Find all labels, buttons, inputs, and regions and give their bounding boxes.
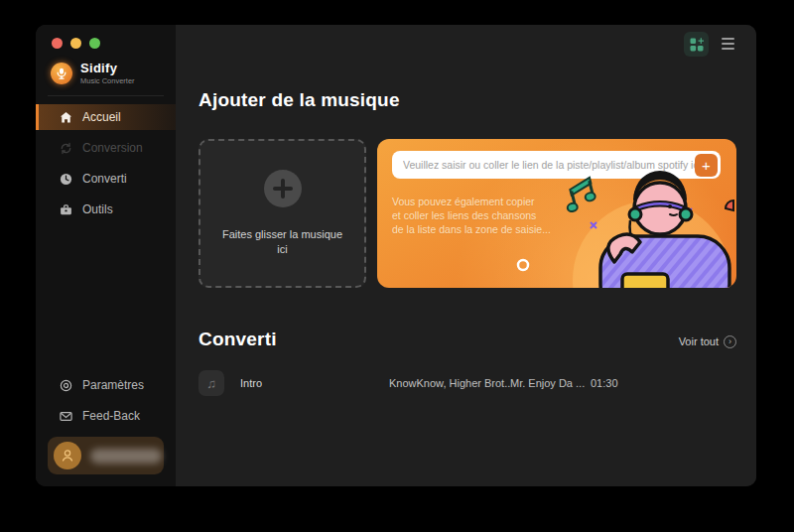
user-avatar: [54, 442, 81, 469]
paste-hint-text: Vous pouvez également copier et coller l…: [392, 195, 551, 236]
app-window: Sidify Music Converter Accueil: [36, 25, 756, 486]
mail-icon: [59, 409, 72, 423]
person-figure: [600, 171, 729, 288]
sidebar-item-converti[interactable]: Converti: [36, 166, 176, 192]
sidebar-item-parametres[interactable]: Paramètres: [36, 372, 176, 398]
track-album: Mr. Enjoy Da ...: [510, 377, 591, 389]
add-link-button[interactable]: +: [695, 154, 718, 177]
sidebar-item-feedback[interactable]: Feed-Back: [36, 403, 176, 429]
paste-link-card: + Vous pouvez également copier et coller…: [377, 139, 736, 288]
home-icon: [59, 110, 72, 124]
apps-grid-button[interactable]: [684, 32, 709, 57]
plus-icon: [264, 170, 302, 207]
track-duration: 01:30: [591, 377, 650, 389]
apps-grid-icon: [690, 38, 704, 52]
link-input-wrap: +: [392, 151, 721, 179]
app-brand: Sidify Music Converter: [36, 49, 176, 85]
sidebar-item-accueil[interactable]: Accueil: [36, 104, 176, 130]
app-name: Sidify: [80, 61, 135, 75]
view-all-link[interactable]: Voir tout ›: [679, 335, 736, 348]
add-music-title: Ajouter de la musique: [198, 88, 736, 112]
sidebar-item-label: Conversion: [82, 141, 143, 155]
user-account-button[interactable]: [48, 437, 164, 474]
main-content: Ajouter de la musique Faites glisser la …: [176, 25, 756, 486]
add-music-row: Faites glisser la musique ici + Vous pou…: [198, 139, 736, 288]
hint-line: et coller les liens des chansons: [392, 208, 551, 222]
spotify-link-input[interactable]: [403, 159, 695, 171]
app-subtitle: Music Converter: [80, 76, 135, 85]
converted-header: Converti Voir tout ›: [198, 328, 736, 351]
view-all-label: Voir tout: [679, 335, 719, 347]
hint-line: Vous pouvez également copier: [392, 195, 551, 208]
sidebar-item-label: Feed-Back: [82, 409, 140, 423]
sidebar-item-outils[interactable]: Outils: [36, 197, 176, 222]
sidebar-item-label: Paramètres: [82, 378, 144, 392]
desktop-background: Sidify Music Converter Accueil: [0, 0, 794, 532]
converted-track-row[interactable]: ♫ Intro KnowKnow, Higher Brot... Mr. Enj…: [198, 369, 736, 397]
sidebar: Sidify Music Converter Accueil: [36, 25, 176, 486]
drag-drop-zone[interactable]: Faites glisser la musique ici: [198, 139, 366, 288]
sidebar-item-label: Converti: [82, 172, 127, 186]
maximize-button[interactable]: [89, 38, 100, 49]
brand-text: Sidify Music Converter: [80, 61, 135, 85]
dropzone-label: Faites glisser la musique ici: [218, 227, 347, 257]
music-note-icon: ♫: [198, 370, 224, 396]
menu-icon[interactable]: [722, 38, 734, 53]
converted-title: Converti: [198, 328, 277, 351]
track-artist: KnowKnow, Higher Brot...: [389, 377, 510, 389]
sidebar-footer: Paramètres Feed-Back: [36, 372, 176, 486]
track-title: Intro: [224, 377, 389, 389]
toolbox-icon: [59, 202, 72, 216]
close-button[interactable]: [52, 38, 63, 49]
minimize-button[interactable]: [70, 38, 81, 49]
settings-icon: [59, 378, 72, 392]
chevron-right-icon: ›: [724, 335, 736, 348]
music-note-icon: [562, 178, 597, 212]
user-name-blurred: [90, 449, 162, 464]
hint-line: de la liste dans la zone de saisie...: [392, 222, 551, 236]
sidebar-divider: [48, 95, 164, 96]
sync-icon: [59, 141, 72, 155]
window-controls: [36, 25, 176, 49]
sidify-logo-icon: [51, 63, 72, 84]
sidebar-nav: Accueil Conversion: [36, 104, 176, 227]
sidebar-item-label: Outils: [82, 202, 113, 216]
sidebar-item-conversion[interactable]: Conversion: [36, 135, 176, 161]
sidebar-item-label: Accueil: [82, 110, 121, 124]
clock-icon: [59, 172, 72, 186]
